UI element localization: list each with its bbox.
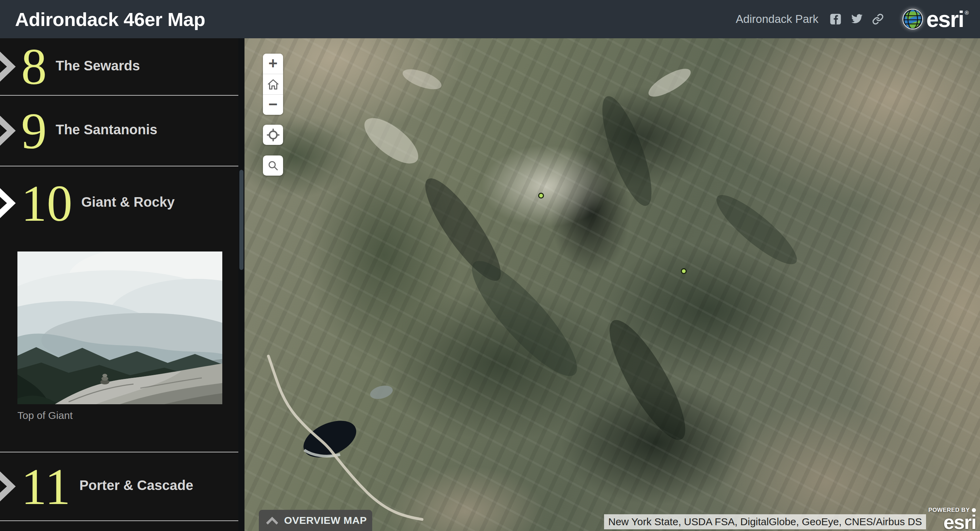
section-label: Porter & Cascade xyxy=(79,478,193,493)
section-header[interactable]: 9 The Santanonis xyxy=(0,96,238,166)
home-icon xyxy=(267,78,279,90)
section-number: 11 xyxy=(21,461,70,512)
header-bar: Adirondack 46er Map Adirondack Park xyxy=(0,0,980,38)
chevron-up-icon xyxy=(266,516,278,525)
sidebar-scrollbar-thumb[interactable] xyxy=(239,170,243,270)
zoom-out-button[interactable]: − xyxy=(263,94,283,115)
section-number: 9 xyxy=(21,105,47,156)
share-link-icon[interactable] xyxy=(872,13,884,25)
story-sidebar: 8 The Sewards 9 The Santanonis 10 Giant … xyxy=(0,38,238,531)
locate-icon xyxy=(267,129,280,142)
overview-map-toggle[interactable]: OVERVIEW MAP xyxy=(259,510,372,531)
twitter-icon[interactable] xyxy=(851,13,863,25)
map-marker-rocky[interactable] xyxy=(681,268,687,274)
plus-icon: + xyxy=(268,55,278,71)
locate-me-button[interactable] xyxy=(263,125,283,145)
map-terrain-features xyxy=(245,38,980,531)
section-header[interactable]: 10 Giant & Rocky xyxy=(0,166,238,240)
home-extent-button[interactable] xyxy=(263,74,283,94)
powered-by-esri-logo: POWERED BY esri xyxy=(928,507,976,530)
zoom-in-button[interactable]: + xyxy=(263,54,283,74)
page-title: Adirondack 46er Map xyxy=(15,8,205,30)
header-actions: Adirondack Park xyxy=(736,0,968,38)
search-button[interactable] xyxy=(263,155,283,175)
search-icon xyxy=(267,159,279,172)
esri-registered-mark: ® xyxy=(965,10,969,16)
section-label: The Sewards xyxy=(56,58,140,73)
zoom-control-stack: + − xyxy=(263,54,283,115)
section-header[interactable]: 8 The Sewards xyxy=(0,38,238,95)
park-link[interactable]: Adirondack Park xyxy=(736,13,818,26)
section-header[interactable]: 11 Porter & Cascade xyxy=(0,453,238,520)
chevron-right-icon xyxy=(0,116,16,146)
chevron-right-icon xyxy=(0,188,16,218)
esri-logo[interactable]: esri ® xyxy=(902,8,968,30)
photo-caption: Top of Giant xyxy=(18,410,73,421)
map-attribution: New York State, USDA FSA, DigitalGlobe, … xyxy=(604,514,926,529)
overview-map-label: OVERVIEW MAP xyxy=(284,515,367,526)
esri-wordmark-small: esri xyxy=(928,513,976,530)
sidebar-item-the-sewards[interactable]: 8 The Sewards xyxy=(0,38,238,96)
sidebar-scrollbar-track xyxy=(238,38,245,531)
section-label: Giant & Rocky xyxy=(81,195,175,210)
section-number: 10 xyxy=(21,178,72,229)
facebook-icon[interactable] xyxy=(829,13,842,25)
map-canvas[interactable]: + − xyxy=(245,38,980,531)
section-number: 8 xyxy=(21,41,47,92)
sidebar-item-giant-and-rocky[interactable]: 10 Giant & Rocky xyxy=(0,166,238,453)
sidebar-item-the-santanonis[interactable]: 9 The Santanonis xyxy=(0,96,238,166)
chevron-right-icon xyxy=(0,52,16,82)
summit-photo[interactable] xyxy=(18,252,222,404)
esri-wordmark: esri xyxy=(926,8,964,30)
sidebar-item-porter-and-cascade[interactable]: 11 Porter & Cascade xyxy=(0,453,238,521)
minus-icon: − xyxy=(268,96,278,112)
map-terrain-texture xyxy=(245,38,980,531)
chevron-right-icon xyxy=(0,472,16,502)
map-marker-giant[interactable] xyxy=(538,193,544,199)
esri-globe-icon xyxy=(902,8,924,30)
app-root: Adirondack 46er Map Adirondack Park xyxy=(0,0,980,531)
section-label: The Santanonis xyxy=(56,122,158,137)
